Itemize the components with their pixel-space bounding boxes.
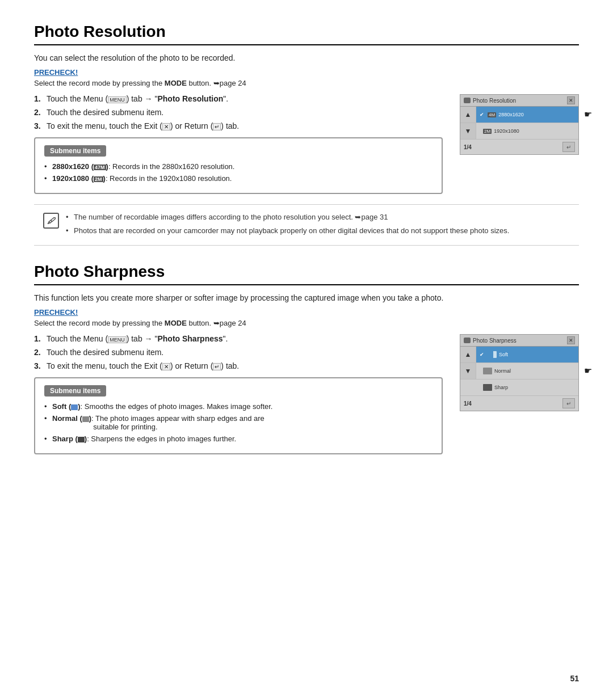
- section1-ui-screen-container: Photo Resolution ✕ ▲ ✔ 4M 2880x1620: [460, 94, 579, 155]
- ui-screen-body-1: ▲ ✔ 4M 2880x1620 ☛ ▼: [460, 107, 578, 154]
- ui-up-btn-1[interactable]: ▲: [460, 107, 476, 123]
- ui-back-btn-2[interactable]: ↵: [562, 398, 575, 408]
- step2: 2. Touch the desired submenu item.: [34, 108, 443, 117]
- ui-close-btn-2[interactable]: ✕: [567, 336, 575, 344]
- photo-resolution-ui-screen: Photo Resolution ✕ ▲ ✔ 4M 2880x1620: [460, 94, 579, 155]
- section1-precheck: PRECHECK! Select the record mode by pres…: [34, 68, 579, 87]
- section2-ui-screen-container: Photo Sharpness ✕ ▲ ✔ Soft: [460, 334, 579, 411]
- section1-precheck-label: PRECHECK!: [34, 68, 579, 77]
- normal-img-icon: [483, 368, 492, 374]
- section2-step-list: 1. Touch the Menu (MENU) tab → "Photo Sh…: [34, 334, 443, 370]
- photo-sharpness-ui-screen: Photo Sharpness ✕ ▲ ✔ Soft: [460, 334, 579, 411]
- section1-note-box: 🖊 The number of recordable images differ…: [34, 204, 579, 246]
- ui-item-sharp[interactable]: Sharp: [476, 379, 578, 395]
- step3: 3. To exit the menu, touch the Exit (✕) …: [34, 121, 443, 130]
- ui-row-soft: ▲ ✔ Soft: [460, 347, 578, 363]
- section1-precheck-desc: Select the record mode by pressing the M…: [34, 79, 579, 87]
- ui-down-btn-1[interactable]: ▼: [460, 123, 476, 139]
- section2-intro: This function lets you create more sharp…: [34, 293, 579, 302]
- section2-submenu-box: Submenu items Soft (): Smooths the edges…: [34, 377, 443, 454]
- ui-bottom-row-2: 1/4 ↵: [460, 396, 578, 411]
- camera-icon-2: [464, 338, 471, 343]
- ui-title-bar-1: Photo Resolution ✕: [460, 95, 578, 107]
- mode-bold: MODE: [165, 79, 187, 87]
- submenu-item-2: 1920x1080 (2M): Records in the 1920x1080…: [44, 174, 433, 183]
- badge-2m-ui: 2M: [483, 129, 492, 134]
- ui-screen-title-1: Photo Resolution: [464, 98, 516, 104]
- section1-title: Photo Resolution: [34, 23, 579, 45]
- ui-row-up-1: ▲ ✔ 4M 2880x1620 ☛: [460, 107, 578, 123]
- section1-steps: 1. Touch the Menu (MENU) tab → "Photo Re…: [34, 94, 443, 194]
- section1-content-row: 1. Touch the Menu (MENU) tab → "Photo Re…: [34, 94, 579, 194]
- page-number: 51: [570, 674, 579, 683]
- ui-close-btn-1[interactable]: ✕: [567, 96, 575, 104]
- badge-4m-ui: 4M: [488, 112, 496, 117]
- return-icon: ↵: [213, 123, 221, 130]
- sharp-icon: [78, 437, 85, 442]
- ui-item-soft[interactable]: ✔ Soft: [476, 347, 578, 362]
- soft-icon: [71, 404, 78, 410]
- section1-intro: You can select the resolution of the pho…: [34, 53, 579, 62]
- ui-item-normal[interactable]: Normal: [476, 363, 578, 379]
- check-icon-1: ✔: [480, 112, 484, 117]
- section2-steps: 1. Touch the Menu (MENU) tab → "Photo Sh…: [34, 334, 443, 454]
- ui-screen-title-2: Photo Sharpness: [464, 338, 517, 344]
- ui-row-normal: ▼ Normal ☛: [460, 363, 578, 379]
- section1-note-content: The number of recordable images differs …: [66, 212, 509, 238]
- ui-counter-2: 1/4: [464, 400, 472, 407]
- submenu-sharp: Sharp (): Sharpens the edges in photo im…: [44, 435, 433, 443]
- ui-counter-1: 1/4: [464, 144, 472, 150]
- step2-1-link: Photo Sharpness: [157, 334, 222, 343]
- note-list-1: The number of recordable images differs …: [66, 212, 509, 236]
- ui-up-btn-2[interactable]: ▲: [460, 347, 476, 362]
- exit-icon-2: ✕: [162, 363, 170, 370]
- ui-title-bar-2: Photo Sharpness ✕: [460, 335, 578, 347]
- step1: 1. Touch the Menu (MENU) tab → "Photo Re…: [34, 94, 443, 103]
- ui-row-sharp: Sharp: [460, 379, 578, 396]
- hand-cursor-2: ☛: [584, 365, 592, 376]
- step2-2: 2. Touch the desired submenu item.: [34, 348, 443, 357]
- soft-img-icon: [488, 351, 497, 358]
- section2-precheck-desc: Select the record mode by pressing the M…: [34, 319, 579, 327]
- menu-icon-badge: MENU: [108, 96, 127, 103]
- section2-submenu-title: Submenu items: [44, 385, 106, 397]
- camera-icon: [464, 98, 471, 103]
- photo-sharpness-section: Photo Sharpness This function lets you c…: [34, 263, 579, 454]
- step1-link: Photo Resolution: [157, 94, 223, 103]
- ui-bottom-row-1: 1/4 ↵: [460, 140, 578, 154]
- return-icon-2: ↵: [213, 363, 221, 370]
- ui-item-2880[interactable]: ✔ 4M 2880x1620: [476, 107, 578, 123]
- submenu-soft: Soft (): Smooths the edges of photo imag…: [44, 402, 433, 411]
- section2-title: Photo Sharpness: [34, 263, 579, 285]
- sharp-img-icon: [483, 384, 492, 391]
- section2-precheck: PRECHECK! Select the record mode by pres…: [34, 308, 579, 327]
- note-icon-1: 🖊: [43, 213, 59, 229]
- section1-submenu-title: Submenu items: [44, 145, 106, 157]
- mode-bold-2: MODE: [165, 319, 187, 327]
- section1-step-list: 1. Touch the Menu (MENU) tab → "Photo Re…: [34, 94, 443, 130]
- section1-submenu-list: 2880x1620 (47M): Records in the 2880x162…: [44, 162, 433, 183]
- submenu-normal: Normal (): The photo images appear with …: [44, 414, 433, 431]
- check-soft: ✔: [480, 352, 484, 357]
- badge-2m: 2M: [94, 176, 103, 182]
- section2-precheck-label: PRECHECK!: [34, 308, 579, 317]
- hand-cursor-1: ☛: [584, 109, 592, 120]
- ui-down-btn-2[interactable]: ▼: [460, 363, 476, 379]
- section2-submenu-list: Soft (): Smooths the edges of photo imag…: [44, 402, 433, 443]
- section1-submenu-box: Submenu items 2880x1620 (47M): Records i…: [34, 137, 443, 194]
- ui-item-1920[interactable]: 2M 1920x1080: [476, 123, 578, 139]
- ui-back-btn-1[interactable]: ↵: [562, 142, 575, 152]
- section2-content-row: 1. Touch the Menu (MENU) tab → "Photo Sh…: [34, 334, 579, 454]
- submenu-item-1: 2880x1620 (47M): Records in the 2880x162…: [44, 162, 433, 171]
- ui-screen-body-2: ▲ ✔ Soft ▼: [460, 347, 578, 411]
- ui-row-down-1: ▼ 2M 1920x1080: [460, 123, 578, 140]
- step2-3: 3. To exit the menu, touch the Exit (✕) …: [34, 361, 443, 370]
- badge-47m: 47M: [94, 165, 106, 170]
- exit-icon: ✕: [162, 123, 170, 130]
- normal-icon: [82, 416, 89, 422]
- note-item-1-2: Photos that are recorded on your camcord…: [66, 225, 509, 237]
- note-item-1-1: The number of recordable images differs …: [66, 212, 509, 223]
- photo-resolution-section: Photo Resolution You can select the reso…: [34, 23, 579, 246]
- menu-icon-badge-2: MENU: [108, 336, 127, 343]
- step2-1: 1. Touch the Menu (MENU) tab → "Photo Sh…: [34, 334, 443, 343]
